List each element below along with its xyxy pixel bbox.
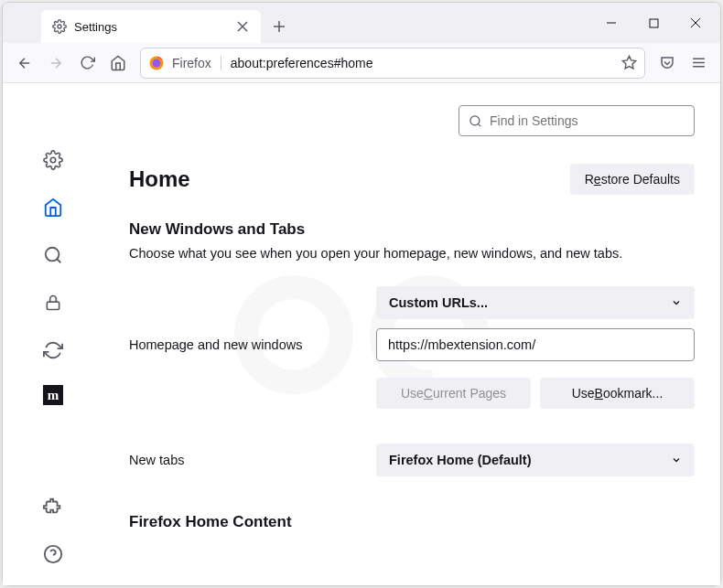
section-title: New Windows and Tabs [129,220,695,239]
restore-defaults-button[interactable]: Restore Defaults [570,164,695,195]
window-controls [590,3,720,43]
url-prefix-label: Firefox [172,56,221,70]
newtabs-select[interactable]: Firefox Home (Default) [376,444,695,476]
svg-rect-7 [47,302,59,309]
sidebar-privacy-icon[interactable] [40,290,66,315]
close-button[interactable] [674,8,717,37]
close-icon[interactable] [235,19,250,34]
chevron-down-icon [671,454,682,465]
settings-search-box[interactable] [459,105,695,136]
sidebar-home-icon[interactable] [40,195,66,220]
homepage-select[interactable]: Custom URLs... [376,286,695,319]
gear-icon [52,19,67,34]
section2-title: Firefox Home Content [129,513,695,531]
minimize-button[interactable] [590,8,632,37]
sidebar-extension-icon[interactable]: m [43,385,63,405]
svg-point-6 [46,248,59,262]
sidebar: m [3,83,103,585]
section-description: Choose what you see when you open your h… [129,246,695,261]
tab-settings[interactable]: Settings [41,10,261,43]
sidebar-general-icon[interactable] [40,147,66,173]
toolbar: Firefox about:preferences#home [3,43,720,83]
sidebar-extensions-icon[interactable] [40,494,66,519]
new-tab-button[interactable] [266,14,292,39]
chevron-down-icon [671,297,682,308]
svg-point-0 [58,25,61,28]
bookmark-star-icon[interactable] [621,55,637,70]
homepage-url-input[interactable] [376,328,695,361]
reload-button[interactable] [72,48,102,78]
menu-button[interactable] [684,48,713,78]
svg-point-3 [153,59,161,67]
browser-window: Settings Firefox about:preferences#home [2,2,721,586]
svg-point-10 [470,115,480,124]
svg-rect-1 [650,19,658,27]
newtabs-select-value: Firefox Home (Default) [389,453,532,467]
settings-search-input[interactable] [490,113,685,128]
sidebar-search-icon[interactable] [40,242,66,268]
main-panel: Home Restore Defaults New Windows and Ta… [103,83,720,585]
url-text: about:preferences#home [229,56,614,70]
page-title: Home [129,166,190,192]
titlebar: Settings [3,3,720,43]
use-bookmark-button[interactable]: Use Bookmark... [540,378,695,409]
forward-button [41,48,70,78]
use-current-pages-button: Use Current Pages [376,378,531,409]
sidebar-help-icon[interactable] [40,541,66,567]
svg-marker-4 [622,56,635,68]
svg-point-5 [50,157,56,163]
pocket-button[interactable] [653,48,682,78]
url-bar[interactable]: Firefox about:preferences#home [140,48,645,79]
maximize-button[interactable] [632,8,674,37]
content-area: m Home Restore Defaults New Windows and … [3,83,720,585]
search-icon [469,114,482,128]
newtabs-label: New tabs [129,453,376,467]
homepage-select-value: Custom URLs... [389,295,488,310]
sidebar-sync-icon[interactable] [40,337,66,363]
back-button[interactable] [10,48,39,78]
tab-title: Settings [74,20,228,34]
homepage-label: Homepage and new windows [129,337,376,352]
firefox-logo-icon [148,55,165,71]
home-button[interactable] [103,48,133,78]
